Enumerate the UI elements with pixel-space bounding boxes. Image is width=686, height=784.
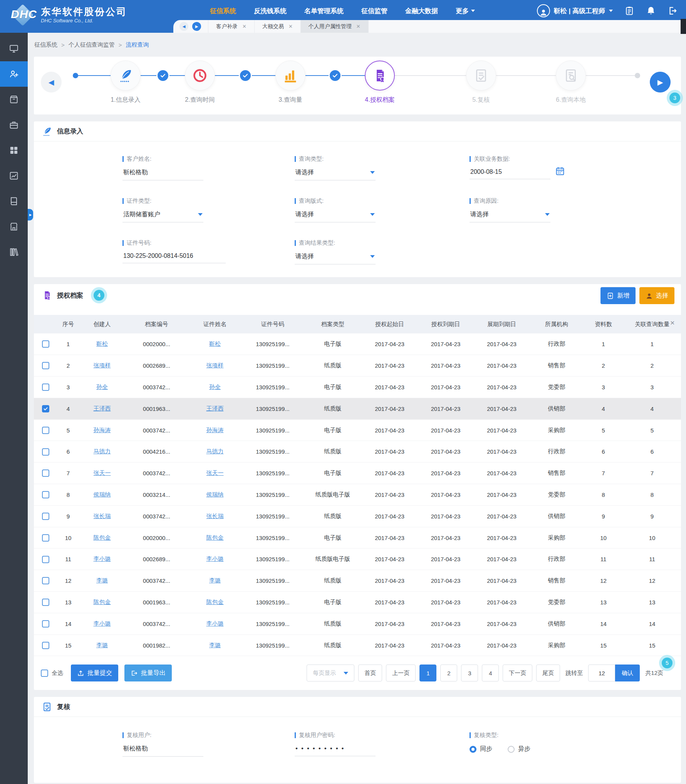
- row-checkbox[interactable]: [42, 448, 49, 456]
- step-2[interactable]: [185, 61, 215, 91]
- field-input[interactable]: 请选择: [295, 168, 376, 180]
- nav-item[interactable]: 征信监管: [361, 7, 387, 15]
- nav-item[interactable]: 名单管理系统: [304, 7, 344, 15]
- first-page-button[interactable]: 首页: [358, 665, 382, 681]
- creator-link[interactable]: 张长瑞: [94, 513, 111, 519]
- calendar-icon[interactable]: [555, 166, 565, 176]
- step-1[interactable]: [111, 61, 141, 91]
- name-link[interactable]: 陈包金: [206, 534, 224, 541]
- last-page-button[interactable]: 尾页: [536, 665, 560, 681]
- select-all[interactable]: 全选: [41, 670, 63, 677]
- sidebar-item-briefcase[interactable]: [0, 112, 28, 138]
- name-link[interactable]: 张天一: [206, 469, 224, 476]
- nav-item[interactable]: 反洗钱系统: [254, 7, 287, 15]
- field-input[interactable]: 活期储蓄账户: [122, 210, 203, 222]
- page-button-4[interactable]: 4: [482, 665, 499, 681]
- sidebar-item-monitor[interactable]: [0, 36, 28, 61]
- name-link[interactable]: 李小璐: [206, 620, 224, 627]
- sidebar-item-archive-box[interactable]: [0, 87, 28, 112]
- close-icon[interactable]: ✕: [242, 24, 247, 29]
- sidebar-expand-handle[interactable]: ▶: [28, 209, 33, 220]
- row-checkbox[interactable]: [42, 469, 49, 477]
- close-icon[interactable]: ✕: [670, 320, 675, 326]
- stepper-next-button[interactable]: ▶: [650, 72, 671, 93]
- tabs-scroll-right-button[interactable]: ▶: [192, 22, 201, 31]
- creator-link[interactable]: 马德力: [94, 448, 111, 454]
- stepper-prev-button[interactable]: ◀: [41, 72, 62, 93]
- name-link[interactable]: 马德力: [206, 448, 224, 454]
- name-link[interactable]: 张项样: [206, 362, 224, 368]
- select-all-checkbox[interactable]: [41, 670, 48, 677]
- name-link[interactable]: 陈包金: [206, 599, 224, 605]
- page-size-select[interactable]: 每页显示: [307, 665, 354, 681]
- name-link[interactable]: 孙全: [209, 384, 221, 390]
- close-icon[interactable]: ✕: [356, 24, 361, 29]
- sidebar-item-library[interactable]: [0, 239, 28, 265]
- sidebar-item-chart[interactable]: [0, 163, 28, 188]
- row-checkbox[interactable]: [42, 577, 49, 584]
- creator-link[interactable]: 李小璐: [94, 620, 111, 627]
- creator-link[interactable]: 孙海涛: [94, 427, 111, 433]
- row-checkbox[interactable]: [42, 642, 49, 649]
- sidebar-item-store[interactable]: [0, 214, 28, 239]
- creator-link[interactable]: 王泽西: [94, 405, 111, 412]
- field-input[interactable]: 130-225-2000-0814-5016: [122, 252, 226, 263]
- select-button[interactable]: 选择: [639, 287, 674, 304]
- next-page-button[interactable]: 下一页: [503, 665, 532, 681]
- user-menu[interactable]: 靳松 | 高级工程师: [537, 4, 613, 17]
- field-input[interactable]: 请选择: [295, 252, 376, 264]
- breadcrumb-item[interactable]: 征信系统: [34, 41, 57, 49]
- clipboard-icon[interactable]: [624, 6, 634, 16]
- sidebar-item-book[interactable]: [0, 188, 28, 214]
- field-input[interactable]: 2000-08-15: [470, 168, 550, 179]
- creator-link[interactable]: 李璐: [96, 577, 108, 584]
- page-button-1[interactable]: 1: [419, 665, 436, 681]
- creator-link[interactable]: 李璐: [96, 642, 108, 648]
- bell-icon[interactable]: [646, 6, 656, 16]
- nav-item[interactable]: 金融大数据: [405, 7, 438, 15]
- breadcrumb-item[interactable]: 个人征信查询监管: [69, 41, 115, 49]
- creator-link[interactable]: 侯瑞纳: [94, 491, 111, 498]
- tab[interactable]: 个人用户属性管理✕: [300, 20, 369, 33]
- review-user-input[interactable]: 靳松格勒: [122, 744, 203, 757]
- radio-option[interactable]: 同步: [470, 745, 492, 753]
- page-button-3[interactable]: 3: [461, 665, 478, 681]
- sidebar-item-grid[interactable]: [0, 138, 28, 163]
- creator-link[interactable]: 陈包金: [94, 599, 111, 605]
- add-button[interactable]: 新增: [600, 287, 636, 304]
- name-link[interactable]: 李璐: [209, 577, 221, 584]
- sidebar-item-user-add[interactable]: [0, 61, 28, 87]
- name-link[interactable]: 李璐: [209, 642, 221, 648]
- creator-link[interactable]: 陈包金: [94, 534, 111, 541]
- name-link[interactable]: 李小璐: [206, 555, 224, 562]
- creator-link[interactable]: 孙全: [96, 384, 108, 390]
- step-4[interactable]: [365, 61, 395, 91]
- batch-submit-button[interactable]: 批量提交: [71, 665, 118, 681]
- prev-page-button[interactable]: 上一页: [386, 665, 416, 681]
- field-input[interactable]: 靳松格勒: [122, 168, 203, 180]
- review-password-input[interactable]: •••••••••: [295, 744, 376, 756]
- step-5[interactable]: [466, 61, 496, 91]
- nav-item[interactable]: 更多: [456, 7, 475, 15]
- creator-link[interactable]: 张天一: [94, 469, 111, 476]
- logout-icon[interactable]: [668, 6, 678, 16]
- field-input[interactable]: 请选择: [470, 210, 550, 222]
- tab[interactable]: 客户补录✕: [208, 20, 254, 33]
- creator-link[interactable]: 李小璐: [94, 555, 111, 562]
- name-link[interactable]: 张长瑞: [206, 513, 224, 519]
- row-checkbox[interactable]: [42, 340, 49, 348]
- row-checkbox[interactable]: [42, 362, 49, 369]
- tab[interactable]: 大额交易✕: [254, 20, 300, 33]
- nav-item[interactable]: 征信系统: [210, 7, 236, 15]
- creator-link[interactable]: 张项样: [94, 362, 111, 368]
- row-checkbox[interactable]: [42, 384, 49, 391]
- field-input[interactable]: 请选择: [295, 210, 376, 222]
- step-3[interactable]: [275, 61, 305, 91]
- row-checkbox[interactable]: [42, 599, 49, 606]
- jump-page-input[interactable]: 12: [588, 665, 615, 681]
- batch-export-button[interactable]: 批量导出: [124, 665, 172, 681]
- radio-option[interactable]: 异步: [508, 745, 530, 753]
- tabs-scroll-left-button[interactable]: ◀: [179, 22, 188, 31]
- confirm-button[interactable]: 确认: [615, 665, 640, 681]
- row-checkbox[interactable]: [42, 491, 49, 498]
